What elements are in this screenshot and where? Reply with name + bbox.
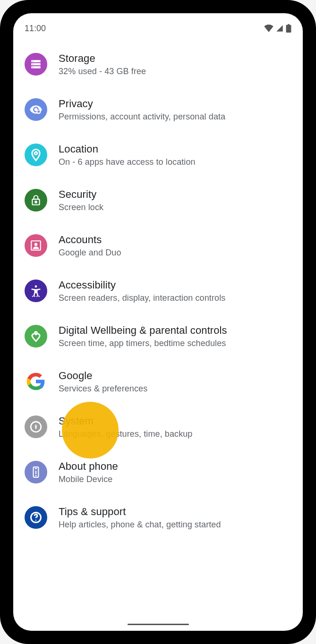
item-subtitle: Screen time, app timers, bedtime schedul… [59,339,291,348]
svg-point-14 [39,296,40,297]
settings-item-about[interactable]: About phoneMobile Device [13,449,303,495]
settings-item-tips[interactable]: Tips & supportHelp articles, phone & cha… [13,495,303,540]
item-title: Security [59,188,291,201]
device-frame: 11:00 Storage32% used - 43 GB freePrivac… [0,0,316,644]
item-text: AccountsGoogle and Duo [59,234,291,258]
item-subtitle: Permissions, account activity, personal … [59,112,291,122]
svg-point-1 [33,64,34,65]
item-subtitle: Screen readers, display, interaction con… [59,293,291,303]
google-icon [25,370,47,393]
settings-item-system[interactable]: SystemLanguages, gestures, time, backup [13,404,303,449]
item-title: Accessibility [59,279,291,291]
security-icon [25,189,47,212]
svg-point-10 [35,285,37,288]
gesture-bar[interactable] [128,624,189,625]
svg-point-24 [35,520,36,521]
settings-item-google[interactable]: GoogleServices & preferences [13,359,303,404]
item-title: System [59,415,291,427]
item-text: Digital Wellbeing & parental controlsScr… [59,324,291,348]
item-text: AccessibilityScreen readers, display, in… [59,279,291,303]
item-text: LocationOn - 6 apps have access to locat… [59,143,291,167]
settings-list[interactable]: Storage32% used - 43 GB freePrivacyPermi… [13,39,303,543]
item-subtitle: Help articles, phone & chat, getting sta… [59,520,291,530]
screen: 11:00 Storage32% used - 43 GB freePrivac… [13,13,303,631]
svg-point-18 [35,426,36,427]
settings-item-privacy[interactable]: PrivacyPermissions, account activity, pe… [13,87,303,132]
item-subtitle: On - 6 apps have access to location [59,157,291,167]
item-text: SystemLanguages, gestures, time, backup [59,415,291,439]
svg-point-5 [34,152,37,155]
item-title: Privacy [59,98,291,110]
svg-point-22 [35,475,36,476]
settings-item-wellbeing[interactable]: Digital Wellbeing & parental controlsScr… [13,314,303,359]
status-icons [264,24,291,33]
settings-item-accounts[interactable]: AccountsGoogle and Duo [13,223,303,268]
battery-icon [286,24,291,33]
svg-point-0 [33,61,34,62]
item-text: Storage32% used - 43 GB free [59,52,291,76]
wellbeing-icon [25,325,47,347]
item-text: PrivacyPermissions, account activity, pe… [59,98,291,122]
item-subtitle: Languages, gestures, time, backup [59,429,291,439]
svg-point-2 [33,67,34,68]
svg-point-9 [34,243,38,246]
item-text: GoogleServices & preferences [59,370,291,394]
item-text: About phoneMobile Device [59,460,291,484]
svg-point-11 [32,296,33,297]
item-title: Digital Wellbeing & parental controls [59,324,291,337]
privacy-icon [25,98,47,121]
settings-item-security[interactable]: SecurityScreen lock [13,178,303,223]
item-subtitle: 32% used - 43 GB free [59,67,291,76]
about-icon [25,461,47,483]
item-title: About phone [59,460,291,473]
item-subtitle: Google and Duo [59,248,291,258]
item-title: Tips & support [59,506,291,518]
svg-point-12 [34,296,35,297]
settings-item-location[interactable]: LocationOn - 6 apps have access to locat… [13,132,303,178]
svg-point-13 [36,296,37,297]
item-subtitle: Screen lock [59,203,291,212]
status-bar: 11:00 [13,18,303,39]
system-icon [25,415,47,438]
location-icon [25,144,47,166]
item-text: Tips & supportHelp articles, phone & cha… [59,506,291,530]
svg-rect-7 [35,201,36,203]
settings-item-storage[interactable]: Storage32% used - 43 GB free [13,42,303,87]
item-text: SecurityScreen lock [59,188,291,212]
accessibility-icon [25,280,47,302]
settings-item-accessibility[interactable]: AccessibilityScreen readers, display, in… [13,268,303,314]
item-title: Google [59,370,291,382]
signal-icon [275,25,284,32]
status-time: 11:00 [25,24,46,34]
item-title: Accounts [59,234,291,246]
item-title: Storage [59,52,291,65]
storage-icon [25,53,47,76]
item-title: Location [59,143,291,155]
item-subtitle: Mobile Device [59,475,291,484]
item-subtitle: Services & preferences [59,384,291,394]
svg-rect-4 [38,111,40,113]
wifi-icon [264,25,273,32]
accounts-icon [25,234,47,257]
tips-icon [25,506,47,529]
